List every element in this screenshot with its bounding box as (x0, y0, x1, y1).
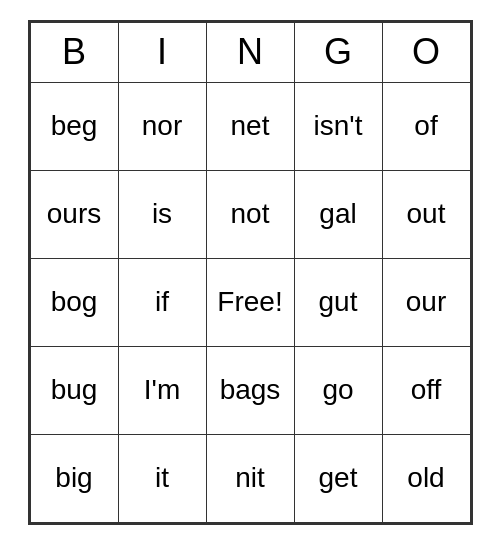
table-cell: is (118, 170, 206, 258)
table-row: bigitnitgetold (30, 434, 470, 522)
table-cell: big (30, 434, 118, 522)
table-cell: old (382, 434, 470, 522)
bingo-body: begnornetisn'tofoursisnotgaloutbogifFree… (30, 82, 470, 522)
table-cell: if (118, 258, 206, 346)
table-cell: gal (294, 170, 382, 258)
table-cell: our (382, 258, 470, 346)
header-b: B (30, 22, 118, 82)
table-row: bogifFree!gutour (30, 258, 470, 346)
table-cell: off (382, 346, 470, 434)
header-n: N (206, 22, 294, 82)
table-cell: of (382, 82, 470, 170)
table-cell: nit (206, 434, 294, 522)
table-cell: I'm (118, 346, 206, 434)
table-cell: get (294, 434, 382, 522)
table-cell: go (294, 346, 382, 434)
table-row: begnornetisn'tof (30, 82, 470, 170)
table-cell: bags (206, 346, 294, 434)
table-row: oursisnotgalout (30, 170, 470, 258)
table-cell: nor (118, 82, 206, 170)
table-cell: isn't (294, 82, 382, 170)
table-cell: net (206, 82, 294, 170)
table-cell: it (118, 434, 206, 522)
table-row: bugI'mbagsgooff (30, 346, 470, 434)
table-cell: gut (294, 258, 382, 346)
header-o: O (382, 22, 470, 82)
table-cell: bog (30, 258, 118, 346)
table-cell: beg (30, 82, 118, 170)
header-row: B I N G O (30, 22, 470, 82)
table-cell: out (382, 170, 470, 258)
bingo-table: B I N G O begnornetisn'tofoursisnotgalou… (30, 22, 471, 523)
header-g: G (294, 22, 382, 82)
table-cell: not (206, 170, 294, 258)
table-cell: ours (30, 170, 118, 258)
bingo-card: B I N G O begnornetisn'tofoursisnotgalou… (28, 20, 473, 525)
header-i: I (118, 22, 206, 82)
table-cell: Free! (206, 258, 294, 346)
table-cell: bug (30, 346, 118, 434)
